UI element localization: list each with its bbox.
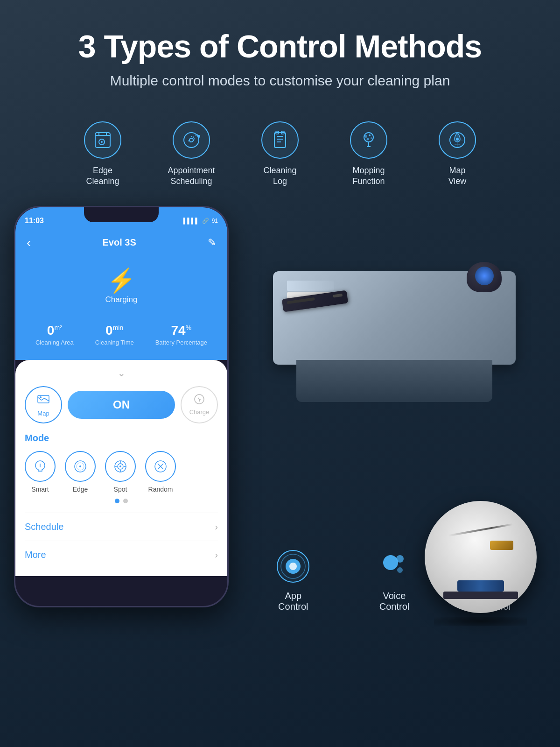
device-name: Evol 3S <box>103 237 136 248</box>
schedule-menu-item[interactable]: Schedule › <box>25 513 218 541</box>
app-control-item: App Control <box>256 548 330 612</box>
app-control-label: App Control <box>278 591 308 612</box>
mode-spot[interactable]: Spot <box>105 451 136 493</box>
subtitle: Multiple control modes to customise your… <box>37 73 523 89</box>
svg-point-46 <box>397 567 403 573</box>
svg-point-29 <box>79 465 81 467</box>
header-section: 3 Types of Control Methods Multiple cont… <box>0 0 560 117</box>
map-button[interactable]: Map <box>25 386 62 423</box>
map-view-label: MapView <box>448 165 467 187</box>
status-icons: ▌▌▌▌ 🔗 91 <box>183 218 218 224</box>
more-chevron-icon: › <box>215 550 218 560</box>
app-control-icon <box>276 550 310 583</box>
more-label: More <box>25 550 46 560</box>
edge-cleaning-icon <box>92 130 113 150</box>
dot-1 <box>115 499 119 503</box>
svg-point-23 <box>40 396 42 398</box>
speaker-body <box>467 262 502 292</box>
phone-mockup: 11:03 ▌▌▌▌ 🔗 91 ‹ Evol 3S ✎ ⚡ Chargin <box>14 206 229 607</box>
cleaning-time-value: 0min <box>95 323 134 338</box>
svg-point-43 <box>289 563 297 570</box>
phone-stats: 0m² Cleaning Area 0min Cleaning Time 74% <box>15 316 227 360</box>
battery-label: Battery Percentage <box>155 339 207 346</box>
mode-edge[interactable]: Edge <box>65 451 96 493</box>
cleaning-area-stat: 0m² Cleaning Area <box>35 323 74 346</box>
svg-point-44 <box>383 555 398 570</box>
mode-smart[interactable]: Smart <box>25 451 56 493</box>
mode-edge-circle <box>65 451 96 482</box>
on-button[interactable]: ON <box>68 391 175 419</box>
robot-base-strip <box>443 592 518 599</box>
mode-random[interactable]: Random <box>145 451 176 493</box>
mode-smart-circle <box>25 451 56 482</box>
features-row: EdgeCleaning AppointmentScheduling <box>0 117 560 206</box>
robot-button <box>490 541 513 550</box>
phone-notch <box>84 207 159 222</box>
mode-random-circle <box>145 451 176 482</box>
wifi-icon: 🔗 <box>202 218 209 224</box>
svg-point-24 <box>195 395 204 404</box>
edge-cleaning-label: EdgeCleaning <box>86 165 119 187</box>
map-view-icon <box>447 130 468 150</box>
app-control-icon-wrapper <box>274 548 312 585</box>
svg-point-14 <box>369 134 371 136</box>
map-view-icon-circle <box>439 121 476 159</box>
on-button-label: ON <box>113 398 130 411</box>
svg-point-13 <box>364 135 367 138</box>
charging-label: Charging <box>25 295 218 304</box>
map-button-icon <box>37 393 50 409</box>
phone-screen: 11:03 ▌▌▌▌ 🔗 91 ‹ Evol 3S ✎ ⚡ Chargin <box>15 207 227 606</box>
svg-point-45 <box>396 555 404 563</box>
appointment-scheduling-icon <box>181 130 202 150</box>
desk-surface <box>273 271 516 365</box>
svg-point-2 <box>101 141 103 143</box>
charge-button-label: Charge <box>189 409 210 416</box>
signal-icon: ▌▌▌▌ <box>183 218 199 224</box>
status-time: 11:03 <box>25 217 44 225</box>
schedule-chevron-icon: › <box>215 521 218 532</box>
collapse-icon[interactable]: ⌄ <box>25 367 218 379</box>
desk-base <box>296 360 492 402</box>
right-content: App Control Voice Control <box>243 206 546 626</box>
phone-body: ⌄ Map <box>15 360 227 576</box>
cleaning-log-icon-circle <box>261 121 299 159</box>
robot-reservoir <box>457 580 504 592</box>
desk-visual <box>273 243 516 402</box>
feature-appointment-scheduling: AppointmentScheduling <box>154 121 229 187</box>
voice-control-icon <box>378 550 411 583</box>
mopping-function-icon-circle <box>350 121 387 159</box>
cleaning-log-label: CleaningLog <box>263 165 296 187</box>
more-menu-item[interactable]: More › <box>25 541 218 569</box>
robot-vacuum <box>415 501 546 626</box>
appointment-scheduling-label: AppointmentScheduling <box>168 165 215 187</box>
control-row: Map ON Charge <box>25 386 218 423</box>
charging-bolt-icon: ⚡ <box>25 269 218 292</box>
feature-cleaning-log: CleaningLog <box>243 121 317 187</box>
mode-smart-label: Smart <box>31 486 49 493</box>
charge-button[interactable]: Charge <box>181 386 218 423</box>
svg-point-16 <box>371 137 372 139</box>
battery-value: 74% <box>155 323 207 338</box>
mode-section-title: Mode <box>25 433 218 444</box>
mode-spot-label: Spot <box>114 486 127 493</box>
battery-icon: 91 <box>212 218 218 224</box>
pagination-dots <box>25 499 218 503</box>
smart-speaker <box>467 262 502 292</box>
svg-point-5 <box>197 135 200 138</box>
edge-cleaning-icon-circle <box>84 121 121 159</box>
feature-map-view: MapView <box>420 121 495 187</box>
dot-2 <box>123 499 128 503</box>
battery-stat: 74% Battery Percentage <box>155 323 207 346</box>
svg-point-32 <box>119 465 121 467</box>
svg-point-4 <box>189 138 193 142</box>
voice-control-label: Voice Control <box>379 591 409 612</box>
svg-rect-6 <box>274 133 286 148</box>
robot-body <box>425 501 537 613</box>
back-button[interactable]: ‹ <box>27 235 31 250</box>
mode-edge-label: Edge <box>73 486 88 493</box>
svg-point-15 <box>367 138 369 141</box>
speaker-ring <box>475 267 494 285</box>
edit-icon[interactable]: ✎ <box>208 237 216 249</box>
desk-area <box>243 206 546 402</box>
mode-random-label: Random <box>148 486 173 493</box>
